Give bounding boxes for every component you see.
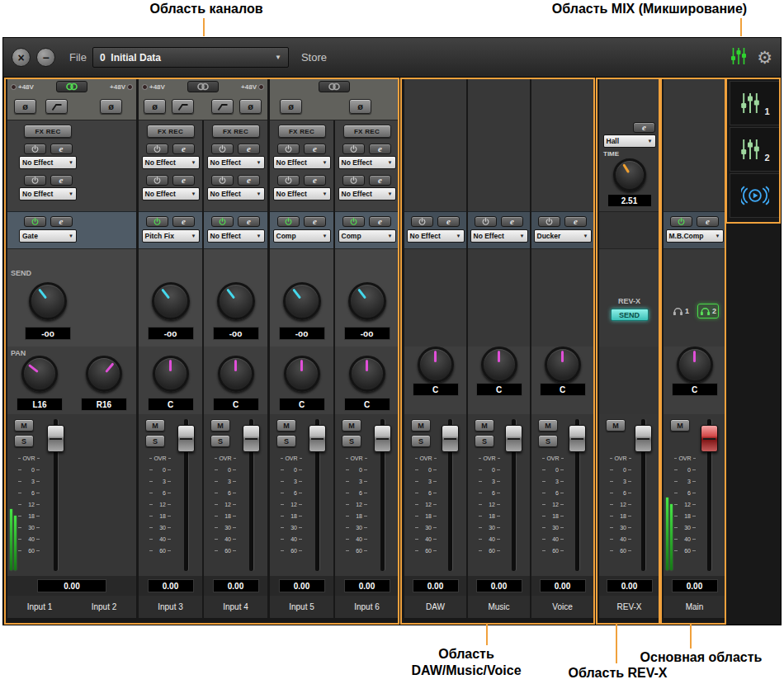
solo-button[interactable]: S	[14, 435, 34, 447]
fx-effect-select[interactable]: No Effect▼	[19, 156, 77, 169]
send-knob[interactable]	[152, 282, 190, 320]
fx-power-button[interactable]	[24, 175, 46, 186]
strip-power-button[interactable]	[24, 216, 46, 227]
fader-handle[interactable]	[569, 425, 586, 452]
revx-preset-select[interactable]: Hall▼	[603, 134, 656, 148]
fx-effect-select[interactable]: No Effect▼	[273, 156, 331, 169]
strip-edit-button[interactable]: e	[238, 216, 260, 227]
fader-handle[interactable]	[309, 425, 326, 452]
gear-icon[interactable]: ⚙	[757, 49, 772, 66]
strip-edit-button[interactable]: e	[369, 216, 391, 227]
solo-button[interactable]: S	[210, 435, 230, 447]
stereo-link-button[interactable]	[56, 81, 87, 92]
fx-power-button[interactable]	[277, 144, 300, 154]
strip-effect-select[interactable]: Comp▼	[338, 229, 396, 243]
phase-button[interactable]: ø	[100, 99, 122, 114]
fx-rec-button[interactable]: FX REC	[147, 125, 195, 138]
pan-knob[interactable]	[218, 356, 254, 392]
stereo-link-button[interactable]	[187, 81, 219, 92]
fader-handle[interactable]	[701, 425, 718, 452]
fx-power-button[interactable]	[24, 144, 46, 154]
fx-edit-button[interactable]: e	[369, 175, 391, 186]
fx-power-button[interactable]	[146, 144, 168, 154]
fx-edit-button[interactable]: e	[304, 144, 326, 154]
solo-button[interactable]: S	[538, 435, 558, 447]
strip-effect-select[interactable]: M.B.Comp▼	[666, 229, 724, 243]
fx-power-button[interactable]	[146, 175, 168, 186]
streaming-button[interactable]	[730, 173, 781, 218]
fx-rec-button[interactable]: FX REC	[278, 125, 326, 138]
strip-power-button[interactable]	[411, 216, 433, 227]
solo-button[interactable]: S	[342, 435, 361, 447]
strip-effect-select[interactable]: Ducker▼	[534, 229, 592, 243]
strip-power-button[interactable]	[670, 216, 692, 227]
pan-knob[interactable]	[481, 347, 517, 383]
store-button[interactable]: Store	[301, 51, 327, 64]
strip-edit-button[interactable]: e	[501, 216, 523, 227]
fader-handle[interactable]	[635, 425, 652, 452]
pan-knob[interactable]	[677, 347, 713, 383]
hpf-button[interactable]	[211, 99, 234, 114]
strip-effect-select[interactable]: Comp▼	[273, 229, 331, 243]
strip-power-button[interactable]	[342, 216, 365, 227]
fx-edit-button[interactable]: e	[50, 144, 73, 154]
solo-button[interactable]: S	[276, 435, 296, 447]
mute-button[interactable]: M	[475, 419, 494, 432]
strip-edit-button[interactable]: e	[50, 216, 73, 227]
mute-button[interactable]: M	[538, 419, 558, 432]
phase-button[interactable]: ø	[14, 99, 36, 114]
strip-effect-select[interactable]: No Effect▼	[470, 229, 528, 243]
fx-effect-select[interactable]: No Effect▼	[207, 156, 265, 169]
strip-edit-button[interactable]: e	[437, 216, 460, 227]
send-knob[interactable]	[348, 282, 386, 320]
fx-edit-button[interactable]: e	[238, 144, 260, 154]
mute-button[interactable]: M	[14, 419, 34, 432]
fx-effect-select[interactable]: No Effect▼	[207, 187, 265, 200]
fx-effect-select[interactable]: No Effect▼	[142, 156, 200, 169]
mute-button[interactable]: M	[342, 419, 361, 432]
pan-knob[interactable]	[349, 356, 385, 392]
fx-effect-select[interactable]: No Effect▼	[273, 187, 331, 200]
mute-button[interactable]: M	[670, 419, 690, 432]
phones-2-button[interactable]: 2	[697, 304, 719, 318]
strip-power-button[interactable]	[475, 216, 497, 227]
fx-effect-select[interactable]: No Effect▼	[142, 187, 200, 200]
fx-edit-button[interactable]: e	[238, 175, 260, 186]
pan-knob[interactable]	[545, 347, 581, 383]
revx-send-button[interactable]: SEND	[611, 309, 649, 321]
pan-knob[interactable]	[153, 356, 189, 392]
fx-power-button[interactable]	[342, 144, 365, 154]
pan-knob[interactable]	[21, 356, 58, 392]
fx-rec-button[interactable]: FX REC	[212, 125, 260, 138]
fx-rec-button[interactable]: FX REC	[343, 125, 391, 138]
mute-button[interactable]: M	[210, 419, 230, 432]
strip-edit-button[interactable]: e	[564, 216, 587, 227]
fx-edit-button[interactable]: e	[172, 144, 195, 154]
strip-power-button[interactable]	[277, 216, 300, 227]
strip-power-button[interactable]	[538, 216, 560, 227]
solo-button[interactable]: S	[411, 435, 431, 447]
fader-handle[interactable]	[374, 425, 391, 452]
strip-edit-button[interactable]: e	[172, 216, 195, 227]
mute-button[interactable]: M	[411, 419, 431, 432]
close-button[interactable]: ×	[12, 48, 31, 67]
stereo-link-button[interactable]	[319, 81, 350, 92]
fx-effect-select[interactable]: No Effect▼	[338, 187, 396, 200]
minimize-button[interactable]: −	[36, 48, 55, 67]
mute-button[interactable]: M	[276, 419, 296, 432]
fx-power-button[interactable]	[277, 175, 300, 186]
fader-handle[interactable]	[505, 425, 522, 452]
hpf-button[interactable]	[172, 99, 194, 114]
fx-effect-select[interactable]: No Effect▼	[338, 156, 396, 169]
fx-edit-button[interactable]: e	[304, 175, 326, 186]
fx-power-button[interactable]	[211, 144, 234, 154]
fader-handle[interactable]	[47, 425, 64, 452]
send-knob[interactable]	[29, 282, 67, 320]
pan-knob[interactable]	[418, 347, 454, 383]
phase-button[interactable]: ø	[239, 99, 262, 114]
fader-handle[interactable]	[442, 425, 459, 452]
hpf-button[interactable]	[45, 99, 68, 114]
pan-knob[interactable]	[86, 356, 122, 392]
strip-power-button[interactable]	[146, 216, 168, 227]
strip-effect-select[interactable]: Gate▼	[19, 229, 77, 243]
